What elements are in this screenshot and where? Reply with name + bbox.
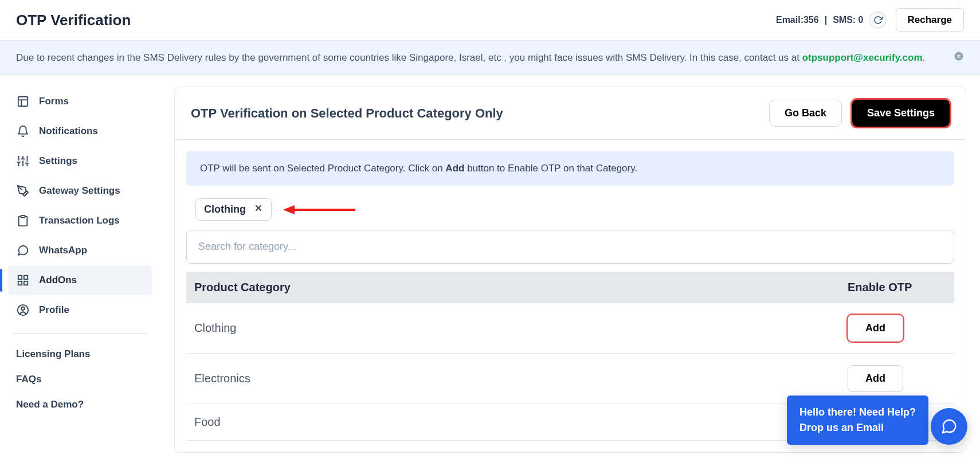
chat-fab-button[interactable] (931, 408, 967, 445)
category-name: Food (186, 404, 840, 441)
sidebar-item-addons[interactable]: AddOns (8, 265, 152, 295)
chat-icon (940, 418, 958, 435)
sidebar-item-label: Notifications (39, 126, 98, 137)
close-icon (254, 203, 263, 213)
pen-icon (16, 184, 30, 198)
table-row: Clothing Add (186, 303, 954, 354)
close-circle-icon (954, 51, 964, 61)
sidebar-item-transaction-logs[interactable]: Transaction Logs (8, 206, 152, 236)
help-line2: Drop us an Email (799, 420, 916, 436)
svg-point-19 (21, 307, 25, 311)
sidebar-link-licensing[interactable]: Licensing Plans (8, 342, 152, 367)
topbar-right: Email:356 | SMS: 0 Recharge (776, 8, 964, 32)
card-actions: Go Back Save Settings (769, 100, 950, 127)
layout-icon (16, 95, 30, 108)
svg-rect-13 (21, 216, 25, 218)
category-search-input[interactable] (186, 230, 954, 264)
help-line1: Hello there! Need Help? (799, 405, 916, 420)
sliders-icon (16, 154, 30, 168)
sms-credit: SMS: 0 (833, 15, 863, 25)
svg-rect-1 (18, 97, 28, 107)
go-back-button[interactable]: Go Back (769, 100, 842, 127)
sidebar-item-notifications[interactable]: Notifications (8, 116, 152, 146)
sidebar-item-profile[interactable]: Profile (8, 295, 152, 325)
sidebar-item-settings[interactable]: Settings (8, 146, 152, 176)
banner-email-link[interactable]: otpsupport@xecurify.com (802, 52, 923, 63)
arrow-annotation (282, 204, 356, 216)
info-text-before: OTP will be sent on Selected Product Cat… (200, 163, 445, 174)
sidebar-item-label: Forms (39, 96, 69, 107)
sms-credit-value: 0 (859, 15, 864, 25)
banner-text: Due to recent changes in the SMS Deliver… (16, 52, 925, 64)
grid-icon (16, 273, 30, 287)
info-box: OTP will be sent on Selected Product Cat… (186, 151, 954, 186)
selected-category-chip: Clothing (195, 198, 272, 221)
info-text-after: button to Enable OTP on that Category. (464, 163, 637, 174)
email-credit-value: 356 (803, 15, 819, 25)
clipboard-icon (16, 214, 30, 228)
sidebar-divider (13, 333, 147, 334)
credits-display: Email:356 | SMS: 0 (776, 11, 887, 29)
refresh-icon (873, 15, 883, 25)
banner-text-after: . (923, 52, 926, 63)
svg-rect-16 (24, 281, 28, 285)
sidebar-item-label: Settings (39, 155, 77, 167)
recharge-button[interactable]: Recharge (896, 8, 964, 32)
info-text-bold: Add (445, 163, 464, 174)
refresh-button[interactable] (869, 11, 887, 29)
sms-credit-label: SMS: (833, 15, 856, 25)
svg-rect-17 (18, 281, 22, 285)
sidebar-item-label: Profile (39, 304, 69, 316)
sidebar-link-demo[interactable]: Need a Demo? (8, 392, 152, 417)
card-title: OTP Verification on Selected Product Cat… (191, 106, 503, 121)
category-name: Clothing (186, 303, 840, 354)
sidebar-item-whatsapp[interactable]: WhatsApp (8, 236, 152, 265)
col-product-category: Product Category (186, 272, 840, 303)
svg-rect-15 (24, 276, 28, 279)
card-header: OTP Verification on Selected Product Cat… (175, 87, 966, 140)
sidebar-item-label: WhatsApp (39, 245, 87, 256)
chip-label: Clothing (204, 203, 246, 216)
sidebar-link-faqs[interactable]: FAQs (8, 367, 152, 392)
save-settings-button[interactable]: Save Settings (852, 100, 950, 127)
chip-remove-button[interactable] (254, 203, 263, 216)
sidebar-item-label: Gateway Settings (39, 185, 120, 197)
sidebar-item-label: AddOns (39, 275, 77, 286)
sidebar-item-gateway-settings[interactable]: Gateway Settings (8, 176, 152, 206)
add-category-button[interactable]: Add (848, 365, 903, 392)
sidebar-item-label: Transaction Logs (39, 215, 120, 226)
whatsapp-icon (16, 244, 30, 257)
selected-chips-row: Clothing (186, 186, 954, 228)
sidebar: Forms Notifications Settings Gateway Set… (0, 75, 160, 470)
page-title: OTP Verification (16, 11, 131, 29)
topbar: OTP Verification Email:356 | SMS: 0 Rech… (0, 0, 980, 41)
arrow-left-icon (282, 204, 356, 216)
info-banner: Due to recent changes in the SMS Deliver… (0, 41, 980, 75)
credit-sep: | (825, 15, 827, 25)
sidebar-item-forms[interactable]: Forms (8, 87, 152, 116)
search-wrap (186, 228, 954, 272)
add-category-button[interactable]: Add (848, 315, 903, 342)
user-icon (16, 303, 30, 317)
bell-icon (16, 124, 30, 138)
email-credit-label: Email: (776, 15, 803, 25)
banner-close-button[interactable] (954, 51, 964, 64)
category-name: Electronics (186, 354, 840, 404)
svg-rect-14 (18, 276, 22, 279)
svg-marker-23 (283, 205, 295, 214)
banner-text-before: Due to recent changes in the SMS Deliver… (16, 52, 802, 63)
help-tooltip[interactable]: Hello there! Need Help? Drop us an Email (787, 395, 928, 445)
email-credit: Email:356 (776, 15, 819, 25)
col-enable-otp: Enable OTP (840, 272, 954, 303)
